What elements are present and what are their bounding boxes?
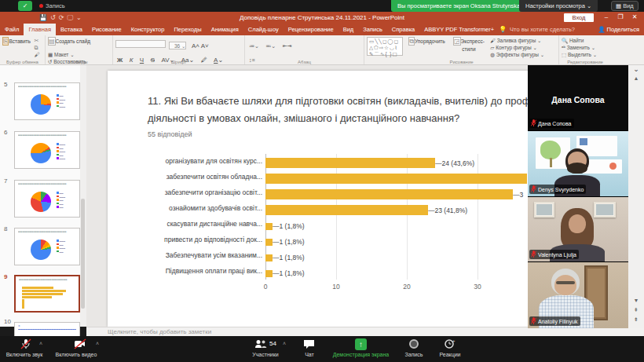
picture-frame [534,202,554,218]
previous-slide-button[interactable]: ⇞ [628,307,644,313]
close-button[interactable]: ✕ [628,12,641,22]
minimize-button[interactable]: – [600,12,613,22]
reactions-icon[interactable]: + [445,338,456,353]
camera-off-icon[interactable] [74,338,86,353]
video-tile-dana-sopova[interactable]: Дана Сопова Дана Сопова [528,65,628,131]
font-size-select[interactable]: 36 ⌄ [169,42,186,49]
svg-text:+: + [452,338,456,343]
video-tile-anatoliy-filinyuk[interactable]: Anatoliy Filinyuk [528,262,628,328]
category-label: забезпечити організацію освіт... [148,188,262,196]
grow-shrink-font-buttons[interactable]: A˄ A˅ [190,42,210,51]
start-video-label[interactable]: Включить видео [52,352,101,357]
mic-muted-icon [531,185,536,192]
participants-chevron[interactable]: ˄ [283,341,286,346]
tab-abbyy[interactable]: ABBYY PDF Transformer+ [419,24,499,35]
new-slide-icon: ▤ [48,37,56,46]
reactions-label[interactable]: Реакции [429,352,471,357]
arrange-button[interactable]: ⧉Упорядочить [406,37,447,46]
encryption-shield-icon[interactable]: ✓ [18,1,32,11]
collapse-panel-chevron[interactable]: ⌄ [630,65,642,73]
unmute-label[interactable]: Включить звук [2,352,47,357]
scroll-down-arrow[interactable]: ▼ [628,298,644,303]
bullets-button[interactable]: ≔⌄ [247,42,261,50]
bar [265,270,273,277]
next-slide-button[interactable]: ⇟ [628,316,644,323]
thumb-legend: ▬▬▬▬▬▬▬▬▬▬ [57,94,77,108]
tab-home[interactable]: Главная [24,24,56,35]
tab-design[interactable]: Конструктор [126,24,170,35]
paste-button[interactable]: ⎘Вставить [2,37,31,46]
value-label: —1 (1,8%) [273,269,305,277]
thumb-text-lines: ⚙ ▬▬▬▬▬▬▬▬▬▬▬▬▬▬▬▬▬▬▬▬▬▬▬▬▬ [18,325,76,331]
category-label: Підвищення оплати праці вик... [148,267,262,275]
tab-record[interactable]: Запись [358,24,387,35]
quick-access-toolbar[interactable]: 💾↺⟳🖵⌄ [39,13,85,23]
tell-me-box[interactable]: Что вы хотите сделать? [507,24,578,35]
participants-icon[interactable] [254,338,267,353]
chat-icon[interactable] [303,338,315,353]
mic-muted-icon[interactable] [20,338,31,353]
tab-draw[interactable]: Рисование [87,24,126,35]
share-screen-label[interactable]: Демонстрация экрана [324,352,398,357]
window-title: Доповідь пленарне Струтинська 24.11.2021… [126,12,518,24]
record-label[interactable]: Запись [394,352,434,357]
find-button[interactable]: 🔍 Найти [562,37,609,44]
share-screen-icon[interactable]: ↑ [355,338,367,350]
font-name-select[interactable] [115,40,166,48]
tab-help[interactable]: Справка [387,24,419,35]
group-label-editing: Редактирование [559,60,611,64]
category-label: привести до відповідності док... [148,236,262,243]
tab-slideshow[interactable]: Слайд-шоу [243,24,284,35]
group-label-drawing: Рисование [364,60,558,64]
lightbulb-icon: 💡 [499,24,507,35]
tab-view[interactable]: Вид [338,24,359,35]
select-button[interactable]: ⬚ Выделить ⌄ [562,51,609,58]
chat-label[interactable]: Чат [294,352,325,357]
thumb-number-8: 8 [4,225,7,232]
value-label: —24 (43,6%) [435,159,474,167]
ribbon: ⎘Вставить ✂⧉🖌 Буфер обмена ▤Создать слай… [0,35,644,65]
record-icon[interactable] [409,339,419,349]
slide-thumbnail-5[interactable]: ■■■■■■■■■■■■■■■■■■■■■■■■■■■■■■■■■■ ▬▬▬▬▬… [14,82,80,120]
numbering-button[interactable]: ≕⌄ [264,42,277,50]
view-settings-dropdown[interactable]: Настройки просмотра ⌄ [519,0,598,12]
group-clipboard: ⎘Вставить ✂⧉🖌 Буфер обмена [0,35,46,64]
tab-animations[interactable]: Анимация [207,24,243,35]
quick-styles-button[interactable]: ◲Экспресс-стили [451,37,487,52]
video-options-chevron[interactable]: ˄ [96,341,99,346]
group-label-clipboard: Буфер обмена [0,60,45,64]
scroll-up-arrow[interactable]: ▲ [628,75,644,81]
pie-chart-thumb [31,192,51,212]
zoom-view-button[interactable]: ▦ Вид [611,1,639,11]
shape-fill-button[interactable]: 🖌 Заливка фигуры ⌄ [490,37,544,44]
shape-outline-button[interactable]: ▱ Контур фигуры ⌄ [490,44,544,51]
tab-insert[interactable]: Вставка [56,24,87,35]
tab-file[interactable]: Файл [0,24,24,35]
participant-name-chip: Denys Svyrydenko [529,185,586,194]
video-tile-denys-svyrydenko[interactable]: Denys Svyrydenko [528,131,628,197]
indent-buttons[interactable]: ⇤⇥ [281,42,294,50]
audio-options-chevron[interactable]: ˄ [39,341,42,346]
slide-thumbnail-7[interactable]: ■■■■■■■■■■■■■■■■■■■■■■■■■■■■■■■■■■ ▬▬▬▬▬… [14,180,80,218]
participants-label[interactable]: Участники [241,352,290,357]
sign-in-button[interactable]: Вход [564,13,594,22]
slide-thumbnail-9-selected[interactable]: ■■■■■■■■■■■■■■■■■■■■■■■■■■■■■■■■■■ [14,275,80,313]
layout-button[interactable]: ▦ Макет ⌄ [48,51,86,58]
participants-count: 54 [269,340,276,347]
replace-button[interactable]: ᵃᵇ Заменить ⌄ [562,44,609,51]
slide-thumbnail-8[interactable]: ■■■■■■■■■■■■■■■■■■■■■■■■■■■■■■■■■■ ▬▬▬▬▬… [14,228,80,265]
shapes-gallery[interactable]: ▭╲╲◻◯◻△⬠⇨☆◡⌇✎⌒∿{ }▢ [367,37,403,56]
video-tile-valentyna-ljulja[interactable]: Valentyna Ljulja [528,197,628,262]
thumb-title-lines: ■■■■■■■■■■■■■■■■■■■■■■■■■■■■■■■■■■ [18,86,76,91]
new-slide-button[interactable]: ▤Создать слайд [48,37,90,46]
restore-button[interactable]: ❐ [614,12,627,22]
education2030-logo [609,163,617,170]
thumbnail-scrollbar[interactable] [80,65,86,327]
tab-review[interactable]: Рецензирование [284,24,338,35]
cut-copy-painter-buttons[interactable]: ✂⧉🖌 [34,37,39,58]
slide-thumbnail-6[interactable]: ■■■■■■■■■■■■■■■■■■■■■■■■■■■■■■■■■■ ▬▬▬▬▬… [14,131,80,169]
person-face [554,275,576,295]
tab-transitions[interactable]: Переходы [169,24,206,35]
shape-effects-button[interactable]: ◍ Эффекты фигуры ⌄ [490,51,544,58]
share-button[interactable]: 👤 Поделиться [598,24,639,35]
